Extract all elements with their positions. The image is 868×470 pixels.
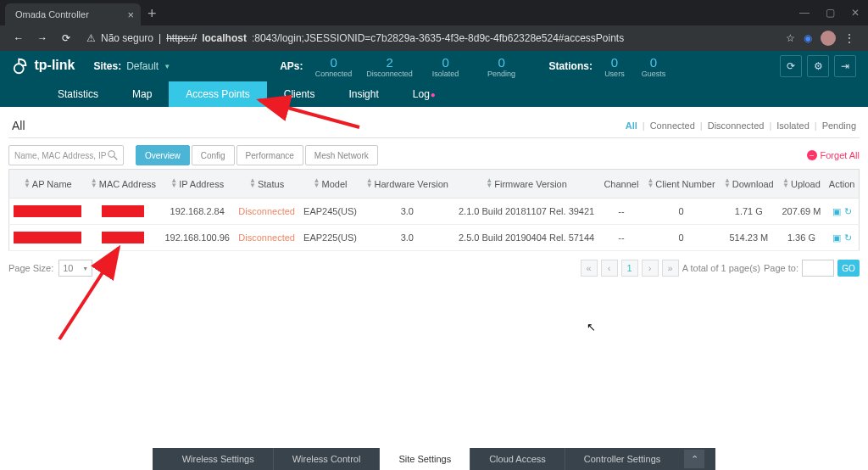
bookmark-icon[interactable]: ☆ [786, 32, 795, 44]
stat-disconnected[interactable]: 2Disconnected [364, 55, 415, 78]
cell-action: ▣↻ [825, 225, 859, 251]
locate-icon[interactable]: ▣ [832, 232, 841, 243]
reload-button[interactable]: ⟳ [58, 30, 75, 47]
table-row[interactable]: 192.168.100.96 Disconnected EAP225(US) 3… [9, 225, 860, 251]
filter-all[interactable]: All [626, 120, 637, 131]
col-status[interactable]: ▲▼Status [234, 170, 299, 199]
cell-model: EAP245(US) [299, 199, 361, 225]
browser-tabstrip: Omada Controller × + — ▢ ✕ [0, 0, 868, 25]
settings-button[interactable]: ⚙ [807, 55, 829, 77]
stat-isolated[interactable]: 0Isolated [420, 55, 471, 78]
view-config[interactable]: Config [192, 145, 235, 165]
browser-tab[interactable]: Omada Controller × [5, 3, 141, 25]
cell-ip: 192.168.100.96 [160, 225, 234, 251]
filter-connected[interactable]: Connected [650, 120, 695, 131]
url-field[interactable]: ⚠ Não seguro | https://localhost:8043/lo… [86, 32, 786, 44]
col-apname[interactable]: ▲▼AP Name [9, 170, 86, 199]
browser-menu-icon[interactable]: ⋮ [844, 32, 854, 44]
stat-guests[interactable]: 0Guests [637, 55, 670, 78]
view-performance[interactable]: Performance [236, 145, 303, 165]
col-mac[interactable]: ▲▼MAC Address [86, 170, 161, 199]
stat-connected[interactable]: 0Connected [309, 55, 359, 78]
page-size-select[interactable]: 10▼ [58, 260, 92, 277]
col-model[interactable]: ▲▼Model [299, 170, 361, 199]
app-header: tp-link Sites: Default ▼ APs: 0Connected… [0, 51, 868, 81]
cell-download: 514.23 M [720, 225, 778, 251]
ap-table: ▲▼AP Name ▲▼MAC Address ▲▼IP Address ▲▼S… [8, 169, 860, 251]
search-input[interactable]: Name, MAC Address, IP [8, 145, 124, 165]
refresh-button[interactable]: ⟳ [780, 55, 802, 77]
view-mesh[interactable]: Mesh Network [305, 145, 378, 165]
footer-cloud-access[interactable]: Cloud Access [470, 448, 565, 470]
page-size-label: Page Size: [8, 263, 53, 273]
reboot-icon[interactable]: ↻ [844, 232, 852, 243]
forward-button[interactable]: → [34, 30, 51, 47]
pagination: Page Size: 10▼ « ‹ 1 › » A total of 1 pa… [8, 260, 860, 277]
footer-collapse-button[interactable]: ⌃ [684, 450, 704, 468]
footer-wireless-settings[interactable]: Wireless Settings [164, 448, 274, 470]
nav-access-points[interactable]: Access Points [169, 81, 266, 107]
footer-wireless-control[interactable]: Wireless Control [274, 448, 381, 470]
bottom-tabs: Wireless Settings Wireless Control Site … [153, 448, 715, 470]
col-fw[interactable]: ▲▼Firmware Version [453, 170, 600, 199]
view-overview[interactable]: Overview [136, 145, 190, 165]
col-ip[interactable]: ▲▼IP Address [160, 170, 234, 199]
table-row[interactable]: 192.168.2.84 Disconnected EAP245(US) 3.0… [9, 199, 860, 225]
page-to-input[interactable] [802, 260, 834, 277]
extension-icon[interactable]: ◉ [804, 32, 812, 44]
page-last[interactable]: » [662, 260, 679, 277]
page-prev[interactable]: ‹ [601, 260, 618, 277]
nav-statistics[interactable]: Statistics [41, 81, 115, 107]
locate-icon[interactable]: ▣ [832, 206, 841, 217]
col-hw[interactable]: ▲▼Hardware Version [361, 170, 453, 199]
page-go-button[interactable]: GO [837, 260, 860, 277]
stat-pending[interactable]: 0Pending [476, 55, 527, 78]
footer-controller-settings[interactable]: Controller Settings [565, 448, 680, 470]
page-to-label: Page to: [764, 263, 798, 273]
tplink-logo: tp-link [12, 57, 75, 76]
search-placeholder: Name, MAC Address, IP [14, 151, 106, 160]
tab-title: Omada Controller [15, 9, 89, 20]
reboot-icon[interactable]: ↻ [844, 206, 852, 217]
url-rest: :8043/login;JSESSIONID=c7b2829a-3635-4f3… [252, 32, 624, 44]
logout-button[interactable]: ⇥ [834, 55, 856, 77]
profile-avatar[interactable] [821, 31, 836, 46]
cell-hw: 3.0 [361, 225, 453, 251]
col-download[interactable]: ▲▼Download [720, 170, 778, 199]
stations-label: Stations: [549, 60, 593, 72]
footer-site-settings[interactable]: Site Settings [380, 448, 470, 470]
main-nav: Statistics Map Access Points Clients Ins… [0, 81, 868, 107]
page-current[interactable]: 1 [621, 260, 638, 277]
close-window-button[interactable]: ✕ [843, 0, 868, 25]
nav-log[interactable]: Log● [396, 81, 453, 107]
content: All All| Connected| Disconnected| Isolat… [0, 107, 868, 283]
col-channel[interactable]: Channel [600, 170, 643, 199]
filter-pending[interactable]: Pending [822, 120, 856, 131]
cell-clients: 0 [643, 199, 720, 225]
forget-all-button[interactable]: – Forget All [807, 150, 860, 160]
filter-isolated[interactable]: Isolated [776, 120, 810, 131]
chevron-down-icon: ▼ [164, 63, 170, 70]
status-filter: All| Connected| Disconnected| Isolated| … [626, 120, 856, 131]
insecure-icon: ⚠ [86, 32, 96, 44]
page-next[interactable]: › [642, 260, 659, 277]
close-tab-icon[interactable]: × [127, 8, 134, 21]
site-selector[interactable]: Sites: Default ▼ [93, 60, 170, 72]
redacted-name [14, 232, 81, 243]
nav-clients[interactable]: Clients [267, 81, 332, 107]
cursor-icon: ↖ [587, 321, 596, 333]
cell-clients: 0 [643, 225, 720, 251]
stat-users[interactable]: 0Users [598, 55, 632, 78]
nav-insight[interactable]: Insight [331, 81, 395, 107]
new-tab-button[interactable]: + [147, 5, 157, 23]
page-first[interactable]: « [581, 260, 598, 277]
minimize-button[interactable]: — [792, 0, 817, 25]
col-clients[interactable]: ▲▼Client Number [643, 170, 720, 199]
page-title: All [12, 119, 25, 132]
back-button[interactable]: ← [10, 30, 27, 47]
filter-disconnected[interactable]: Disconnected [708, 120, 765, 131]
col-upload[interactable]: ▲▼Upload [778, 170, 825, 199]
aps-label: APs: [280, 60, 303, 72]
maximize-button[interactable]: ▢ [817, 0, 843, 25]
nav-map[interactable]: Map [115, 81, 169, 107]
